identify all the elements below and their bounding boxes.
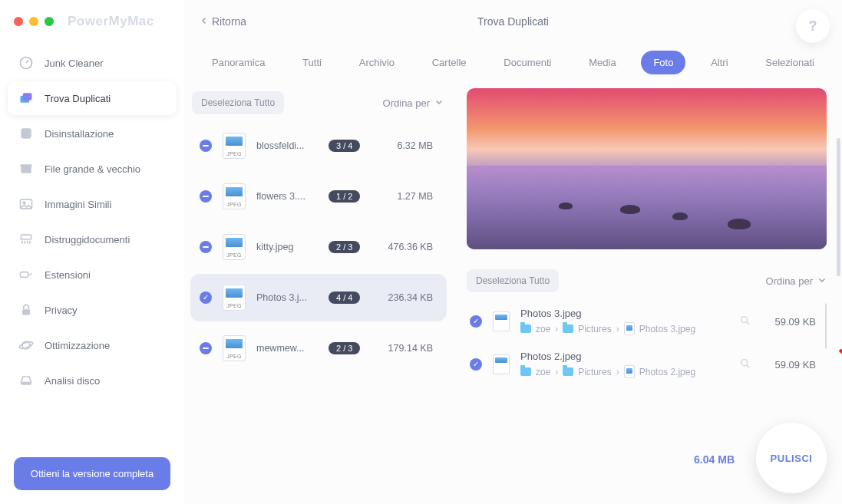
sidebar-item-junk-cleaner[interactable]: Junk Cleaner (8, 46, 177, 80)
svg-point-15 (741, 359, 748, 365)
sidebar-item-immagini-simili[interactable]: Immagini Simili (8, 187, 177, 221)
checkbox-icon[interactable] (200, 241, 212, 253)
chevron-left-icon (200, 15, 209, 28)
sidebar-item-estensioni[interactable]: Estensioni (8, 258, 177, 292)
breadcrumb-separator-icon: › (616, 324, 619, 334)
breadcrumb-segment: Pictures (578, 324, 611, 334)
archive-box-icon (18, 161, 34, 176)
jpeg-file-icon (493, 354, 510, 374)
svg-rect-4 (21, 166, 31, 173)
sidebar: PowerMyMac Junk Cleaner Trova Duplicati … (0, 0, 184, 504)
breadcrumb-segment: zoe (536, 324, 550, 334)
help-button[interactable]: ? (796, 9, 830, 43)
jpeg-file-icon (624, 365, 635, 378)
topbar: Ritorna Trova Duplicati ? (184, 0, 842, 43)
minimize-window-icon[interactable] (29, 17, 38, 26)
checkbox-icon[interactable] (470, 358, 482, 371)
file-row[interactable]: JPEGkitty.jpeg2 / 3476.36 KB (190, 223, 447, 271)
tab-documenti[interactable]: Documenti (491, 51, 563, 74)
app-brand: PowerMyMac (68, 14, 154, 29)
sidebar-item-label: Immagini Simili (45, 199, 111, 210)
file-name: blossfeldi... (256, 140, 318, 151)
folder-icon (520, 324, 531, 333)
magnify-icon[interactable] (739, 315, 751, 329)
planet-icon (18, 338, 34, 353)
breadcrumb-separator-icon: › (555, 324, 558, 334)
file-row[interactable]: JPEGmewmew...2 / 3179.14 KB (190, 324, 447, 372)
duplicate-folder-icon (18, 91, 34, 106)
breadcrumb-segment: Photos 3.jpeg (639, 324, 695, 334)
svg-rect-5 (21, 164, 32, 166)
sidebar-item-distruggi[interactable]: Distruggidocumenti (8, 222, 177, 256)
detail-row[interactable]: Photos 3.jpeg zoe › Pictures › Photos 3.… (467, 303, 819, 346)
file-size: 1.27 MB (371, 191, 438, 202)
file-size: 6.32 MB (371, 140, 438, 151)
checkbox-icon[interactable] (200, 292, 212, 304)
deselect-all-button[interactable]: Deseleziona Tutto (192, 91, 284, 114)
svg-rect-3 (21, 128, 31, 138)
detail-file-name: Photos 2.jpeg (520, 351, 728, 362)
breadcrumb: zoe › Pictures › Photos 3.jpeg (520, 322, 728, 335)
ratio-badge: 3 / 4 (329, 140, 360, 152)
detail-deselect-button[interactable]: Deseleziona Tutto (467, 269, 559, 292)
file-size: 236.34 KB (371, 292, 438, 303)
tab-foto[interactable]: Foto (641, 51, 685, 74)
sidebar-item-analisi-disco[interactable]: Analisi disco (8, 364, 177, 397)
page-title: Trova Duplicati (477, 15, 549, 28)
tab-tutti[interactable]: Tutti (290, 51, 334, 74)
scrollbar-thumb-icon[interactable] (825, 303, 827, 349)
sortby-dropdown[interactable]: Ordina per (383, 97, 444, 109)
detail-sortby-dropdown[interactable]: Ordina per (766, 275, 827, 287)
breadcrumb-separator-icon: › (555, 367, 558, 377)
checkbox-icon[interactable] (200, 342, 212, 354)
file-row[interactable]: JPEGPhotos 3.j...4 / 4236.34 KB (190, 274, 447, 321)
breadcrumb-segment: Pictures (578, 367, 611, 377)
main-panel: Ritorna Trova Duplicati ? Panoramica Tut… (184, 0, 842, 504)
sidebar-item-ottimizzazione[interactable]: Ottimizzazione (8, 328, 177, 362)
svg-rect-2 (23, 93, 32, 100)
tab-panoramica[interactable]: Panoramica (200, 51, 277, 74)
sidebar-item-disinstallazione[interactable]: Disinstallazione (8, 117, 177, 150)
folder-icon (563, 324, 573, 333)
upgrade-button[interactable]: Ottieni la versione completa (14, 457, 170, 490)
sidebar-item-privacy[interactable]: Privacy (8, 293, 177, 327)
file-list-panel: Deseleziona Tutto Ordina per JPEGblossfe… (190, 88, 451, 504)
jpeg-file-icon: JPEG (223, 183, 246, 209)
file-row[interactable]: JPEGflowers 3....1 / 21.27 MB (190, 173, 447, 220)
breadcrumb-segment: Photos 2.jpeg (639, 367, 695, 377)
sidebar-item-trova-duplicati[interactable]: Trova Duplicati (8, 81, 177, 115)
zoom-window-icon[interactable] (45, 17, 54, 26)
window-controls: PowerMyMac (0, 8, 184, 38)
sidebar-item-label: Disinstallazione (45, 128, 114, 140)
jpeg-file-icon: JPEG (223, 234, 246, 260)
file-row[interactable]: JPEGblossfeldi...3 / 46.32 MB (190, 122, 447, 170)
extension-icon (18, 267, 34, 282)
tab-archivio[interactable]: Archivio (347, 51, 407, 74)
file-name: Photos 3.j... (256, 292, 318, 303)
tab-cartelle[interactable]: Cartelle (420, 51, 479, 74)
svg-rect-10 (22, 309, 30, 315)
tab-selezionati[interactable]: Selezionati (753, 51, 827, 74)
image-preview (467, 88, 827, 249)
detail-file-size: 59.09 KB (762, 359, 816, 371)
jpeg-file-icon: JPEG (223, 335, 246, 361)
filter-tabs: Panoramica Tutti Archivio Cartelle Docum… (184, 43, 842, 88)
checkbox-icon[interactable] (200, 190, 212, 203)
file-size: 476.36 KB (371, 242, 438, 252)
sidebar-item-file-grande[interactable]: File grande & vecchio (8, 152, 177, 186)
checkbox-icon[interactable] (470, 315, 482, 328)
back-button[interactable]: Ritorna (200, 15, 246, 28)
jpeg-file-icon (624, 322, 635, 335)
tab-altri[interactable]: Altri (698, 51, 740, 74)
detail-row[interactable]: Photos 2.jpeg zoe › Pictures › Photos 2.… (467, 346, 819, 389)
file-name: flowers 3.... (256, 191, 318, 202)
checkbox-icon[interactable] (200, 140, 212, 152)
svg-point-14 (741, 316, 748, 322)
tab-media[interactable]: Media (576, 51, 628, 74)
file-size: 179.14 KB (371, 343, 438, 354)
total-size: 6.04 MB (694, 453, 735, 466)
ratio-badge: 2 / 3 (329, 241, 360, 253)
clean-button[interactable]: PULISCI (756, 423, 827, 493)
close-window-icon[interactable] (14, 17, 23, 26)
magnify-icon[interactable] (739, 357, 751, 372)
